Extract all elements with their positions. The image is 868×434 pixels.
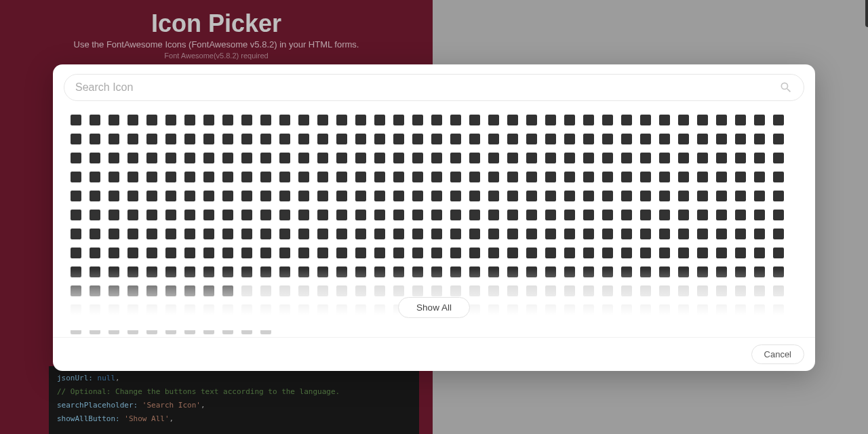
cc-amex-icon[interactable] [545, 210, 556, 220]
blog-icon[interactable] [317, 172, 328, 182]
chevron-right-icon[interactable] [621, 229, 632, 239]
comments-o-icon[interactable] [203, 267, 214, 277]
dice-six-icon[interactable] [108, 304, 119, 315]
credit-card-icon[interactable] [108, 285, 119, 296]
bullseye-icon[interactable] [279, 191, 290, 201]
angrycreative-icon[interactable] [108, 134, 119, 144]
chart-bar-icon[interactable] [146, 229, 157, 239]
copy-icon[interactable] [450, 267, 461, 277]
compass-o-icon[interactable] [279, 267, 290, 277]
briefcase-icon[interactable] [71, 191, 81, 201]
creative-commons-nc-icon[interactable] [602, 267, 613, 277]
arrow-right-icon[interactable] [583, 134, 594, 144]
archway-icon[interactable] [298, 134, 309, 144]
caret-square-up-o-icon[interactable] [393, 210, 404, 220]
bowling-ball-icon[interactable] [659, 172, 670, 182]
codiepie-icon[interactable] [621, 248, 632, 258]
box-open-icon[interactable] [697, 172, 708, 182]
allergies-icon[interactable] [469, 115, 480, 125]
dizzy-o-icon[interactable] [317, 304, 328, 315]
backspace-icon[interactable] [279, 153, 290, 163]
chevron-up-icon[interactable] [640, 229, 651, 239]
avianex-icon[interactable] [165, 153, 176, 163]
aws-icon[interactable] [222, 153, 233, 163]
adjust-icon[interactable] [241, 115, 252, 125]
creative-commons-nc-eu-icon[interactable] [621, 267, 632, 277]
code-icon[interactable] [564, 248, 575, 258]
cloud-moon-icon[interactable] [355, 248, 366, 258]
cpanel-icon[interactable] [545, 267, 556, 277]
door-open-icon[interactable] [507, 304, 518, 315]
cc-jcb-icon[interactable] [621, 210, 632, 220]
cc-visa-icon[interactable] [697, 210, 708, 220]
broadcast-tower-icon[interactable] [108, 191, 119, 201]
cloud-sun-icon[interactable] [431, 248, 442, 258]
clipboard-icon[interactable] [108, 248, 119, 258]
arrow-alt-circle-down-icon[interactable] [317, 134, 328, 144]
database-icon[interactable] [469, 285, 480, 296]
american-sign-language-interpreting-icon[interactable] [545, 115, 556, 125]
dice-five-icon[interactable] [773, 285, 784, 296]
app-store-icon[interactable] [165, 134, 176, 144]
circle-icon[interactable] [735, 229, 746, 239]
caret-square-right-icon[interactable] [336, 210, 347, 220]
icon-icon[interactable] [260, 323, 271, 334]
cloud-upload-alt-icon[interactable] [469, 248, 480, 258]
bed-icon[interactable] [602, 153, 613, 163]
calendar-o-icon[interactable] [450, 191, 461, 201]
beer-icon[interactable] [621, 153, 632, 163]
cookie-bite-icon[interactable] [431, 267, 442, 277]
clipboard-list-icon[interactable] [165, 248, 176, 258]
cc-mastercard-icon[interactable] [640, 210, 651, 220]
icon-icon[interactable] [127, 323, 138, 334]
anchor-icon[interactable] [583, 115, 594, 125]
bookmark-icon[interactable] [602, 172, 613, 182]
cloud-rain-icon[interactable] [393, 248, 404, 258]
car-crash-icon[interactable] [165, 210, 176, 220]
chart-pie-icon[interactable] [203, 229, 214, 239]
battery-full-icon[interactable] [526, 153, 537, 163]
bible-icon[interactable] [773, 153, 784, 163]
contao-icon[interactable] [393, 267, 404, 277]
behance-icon[interactable] [640, 153, 651, 163]
bimobject-icon[interactable] [90, 172, 100, 182]
bitcoin-icon[interactable] [184, 172, 195, 182]
affiliatetheme-icon[interactable] [317, 115, 328, 125]
dice-three-icon[interactable] [127, 304, 138, 315]
chess-knight-icon[interactable] [431, 229, 442, 239]
comment-dots-o-icon[interactable] [127, 267, 138, 277]
bullhorn-icon[interactable] [260, 191, 271, 201]
creative-commons-pd-alt-icon[interactable] [697, 267, 708, 277]
deviantart-icon[interactable] [621, 285, 632, 296]
cut-icon[interactable] [374, 285, 385, 296]
angle-double-down-icon[interactable] [640, 115, 651, 125]
dice-icon[interactable] [716, 285, 727, 296]
comment-dots-icon[interactable] [108, 267, 119, 277]
cc-stripe-icon[interactable] [678, 210, 689, 220]
check-double-icon[interactable] [279, 229, 290, 239]
cross-icon[interactable] [203, 285, 214, 296]
car-icon[interactable] [108, 210, 119, 220]
biohazard-icon[interactable] [127, 172, 138, 182]
circle-o-icon[interactable] [754, 229, 765, 239]
search-input[interactable] [75, 81, 779, 94]
book-open-icon[interactable] [564, 172, 575, 182]
atom-icon[interactable] [90, 153, 100, 163]
dice-d6-icon[interactable] [754, 285, 765, 296]
creative-commons-icon[interactable] [564, 267, 575, 277]
deskpro-icon[interactable] [564, 285, 575, 296]
chart-bar-o-icon[interactable] [165, 229, 176, 239]
directions-icon[interactable] [222, 304, 233, 315]
chevron-down-icon[interactable] [583, 229, 594, 239]
couch-icon[interactable] [526, 267, 537, 277]
broom-icon[interactable] [127, 191, 138, 201]
building-o-icon[interactable] [241, 191, 252, 201]
cc-paypal-icon[interactable] [659, 210, 670, 220]
angle-down-icon[interactable] [716, 115, 727, 125]
bus-icon[interactable] [336, 191, 347, 201]
apple-alt-icon[interactable] [241, 134, 252, 144]
child-icon[interactable] [659, 229, 670, 239]
bell-slash-icon[interactable] [716, 153, 727, 163]
caret-square-right-o-icon[interactable] [355, 210, 366, 220]
creative-commons-zero-icon[interactable] [90, 285, 100, 296]
